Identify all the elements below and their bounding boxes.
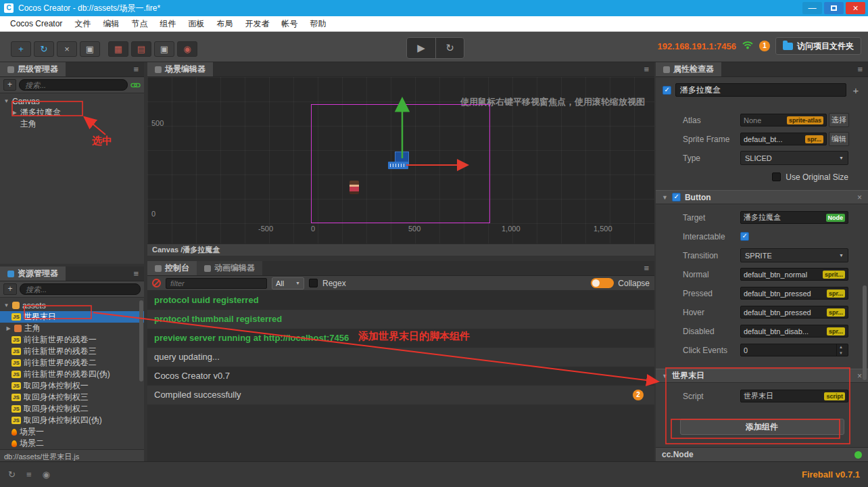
inspector-menu-icon[interactable]: ≡	[852, 62, 868, 76]
maximize-button[interactable]	[824, 2, 844, 14]
expand-icon[interactable]: ▼	[3, 98, 9, 104]
pressed-sprite-value[interactable]: default_btn_pressed spr...	[740, 287, 848, 300]
transition-dropdown[interactable]: SPRITE▼	[740, 248, 848, 262]
button-component-header[interactable]: ▼ Button ×	[656, 190, 868, 204]
refresh-button[interactable]: ↻	[34, 41, 54, 57]
rotate-tool-button[interactable]: ▤	[131, 41, 151, 57]
add-node-button[interactable]: +	[11, 41, 31, 57]
regex-checkbox[interactable]	[309, 279, 318, 287]
collapse-icon[interactable]: ▶	[11, 110, 18, 116]
button-enabled-checkbox[interactable]	[672, 193, 681, 202]
delete-button[interactable]: ×	[57, 41, 77, 57]
type-dropdown[interactable]: SLICED▼	[740, 151, 848, 165]
add-component-button[interactable]: 添加组件	[680, 419, 844, 435]
console-filter-input[interactable]	[166, 278, 267, 289]
close-button[interactable]: ×	[846, 2, 865, 14]
scale-tool-button[interactable]: ◉	[177, 41, 197, 57]
remove-component-icon[interactable]: ×	[857, 371, 862, 381]
normal-sprite-value[interactable]: default_btn_normal sprit...	[740, 268, 848, 281]
scene-viewport[interactable]: 使用鼠标右键平移视窗焦点，使用滚轮缩放视图 500 0 -500 0 500 1…	[147, 77, 654, 244]
sprite-frame-value[interactable]: default_bt... spr...	[740, 133, 827, 145]
tab-scene-editor[interactable]: 场景编辑器	[147, 62, 213, 76]
asset-item[interactable]: JS前往新世界的残卷三	[0, 346, 144, 357]
move-tool-button[interactable]: ▦	[108, 41, 128, 57]
play-button[interactable]: ▶	[407, 38, 435, 58]
scene-menu-icon[interactable]: ≡	[638, 62, 654, 76]
assets-menu-icon[interactable]: ≡	[128, 266, 144, 281]
menu-item-node[interactable]: 节点	[125, 16, 153, 32]
hierarchy-search-input[interactable]	[19, 79, 128, 91]
hierarchy-menu-icon[interactable]: ≡	[128, 62, 144, 76]
hierarchy-add-button[interactable]: +	[3, 79, 16, 91]
refresh-icon[interactable]: ↻	[8, 469, 16, 480]
menu-item-layout[interactable]: 布局	[210, 16, 239, 32]
collapse-icon[interactable]: ▶	[5, 325, 11, 331]
asset-item[interactable]: JS取回身体控制权四(伪)	[0, 415, 144, 426]
script-component-header[interactable]: ▼ 世界末日 ×	[656, 369, 868, 383]
minimize-button[interactable]: —	[802, 2, 822, 14]
remove-component-icon[interactable]: ×	[857, 193, 862, 202]
link-icon[interactable]	[130, 79, 141, 91]
hierarchy-item-pandora-box[interactable]: ▶ 潘多拉魔盒	[0, 107, 144, 118]
rect-tool-button[interactable]: ▣	[154, 41, 174, 57]
asset-item[interactable]: JS取回身体控制权三	[0, 392, 144, 403]
frame-select-button[interactable]: ▣	[80, 41, 100, 57]
disabled-sprite-value[interactable]: default_btn_disab... spr...	[740, 325, 848, 338]
menu-item-edit[interactable]: 编辑	[97, 16, 125, 32]
tab-console[interactable]: 控制台	[147, 261, 197, 275]
inspector-scrollbar[interactable]	[863, 285, 867, 380]
layers-icon[interactable]: ≡	[26, 469, 32, 480]
tab-assets[interactable]: 资源管理器	[0, 266, 66, 281]
menu-item-component[interactable]: 组件	[153, 16, 182, 32]
menu-item-panel[interactable]: 面板	[182, 16, 210, 32]
transform-gizmo[interactable]	[147, 77, 654, 244]
expand-icon[interactable]: ▼	[3, 302, 9, 308]
hover-sprite-value[interactable]: default_btn_pressed spr...	[740, 306, 848, 319]
asset-item[interactable]: JS取回身体控制权二	[0, 403, 144, 415]
asset-item[interactable]: ▶ 主角	[0, 323, 144, 334]
chevron-down-icon[interactable]: ▼	[662, 194, 668, 201]
target-value[interactable]: 潘多拉魔盒 Node	[740, 211, 848, 224]
reload-button[interactable]: ↻	[435, 38, 464, 58]
node-name-input[interactable]	[675, 83, 846, 97]
visibility-icon[interactable]	[854, 451, 862, 459]
console-menu-icon[interactable]: ≡	[638, 261, 654, 275]
menu-item-cocos-creator[interactable]: Cocos Creator	[4, 16, 68, 32]
click-events-stepper[interactable]: 0 ▲▼	[740, 344, 848, 356]
menu-item-account[interactable]: 帐号	[275, 16, 304, 32]
asset-item[interactable]: ▼ assets	[0, 300, 144, 311]
atlas-select-button[interactable]: 选择	[829, 113, 849, 127]
add-icon[interactable]: +	[850, 85, 861, 96]
asset-item-selected[interactable]: JS 世界末日	[0, 311, 144, 323]
asset-item[interactable]: 场景二	[0, 438, 144, 449]
menu-item-file[interactable]: 文件	[68, 16, 97, 32]
tab-animation-editor[interactable]: 动画编辑器	[197, 261, 262, 275]
atlas-value[interactable]: None sprite-atlas	[740, 114, 827, 126]
titlebar[interactable]: C Cocos Creator - db://assets/场景一.fire* …	[0, 0, 868, 16]
script-value[interactable]: 世界末日 script	[740, 390, 848, 402]
log-level-dropdown[interactable]: All▼	[272, 277, 304, 289]
interactable-checkbox[interactable]	[740, 232, 749, 241]
asset-item[interactable]: 场景一	[0, 426, 144, 438]
hierarchy-item-canvas[interactable]: ▼ Canvas	[0, 95, 144, 107]
node-active-checkbox[interactable]	[662, 86, 671, 95]
hierarchy-item-protagonist[interactable]: 主角	[0, 118, 144, 130]
assets-search-input[interactable]	[20, 283, 141, 295]
sprite-frame-edit-button[interactable]: 编辑	[829, 132, 849, 146]
stepper-arrows[interactable]: ▲▼	[836, 344, 845, 356]
assets-add-button[interactable]: +	[3, 283, 17, 295]
clear-console-icon[interactable]	[152, 279, 161, 287]
assets-scrollbar[interactable]	[139, 300, 143, 381]
asset-item[interactable]: JS取回身体控制权一	[0, 380, 144, 392]
chevron-down-icon[interactable]: ▼	[662, 373, 668, 379]
breadcrumb[interactable]: Canvas /潘多拉魔盒	[147, 244, 654, 256]
tab-hierarchy[interactable]: 层级管理器	[0, 62, 66, 76]
open-project-folder-button[interactable]: 访问项目文件夹	[775, 37, 861, 55]
asset-item[interactable]: JS前往新世界的残卷四(伪)	[0, 369, 144, 380]
menu-item-help[interactable]: 帮助	[304, 16, 332, 32]
menu-item-developer[interactable]: 开发者	[239, 16, 275, 32]
tab-inspector[interactable]: 属性检查器	[656, 62, 721, 76]
collapse-toggle[interactable]	[591, 278, 614, 288]
eye-icon[interactable]: ◉	[43, 469, 50, 480]
asset-item[interactable]: JS前往新世界的残卷一	[0, 334, 144, 346]
